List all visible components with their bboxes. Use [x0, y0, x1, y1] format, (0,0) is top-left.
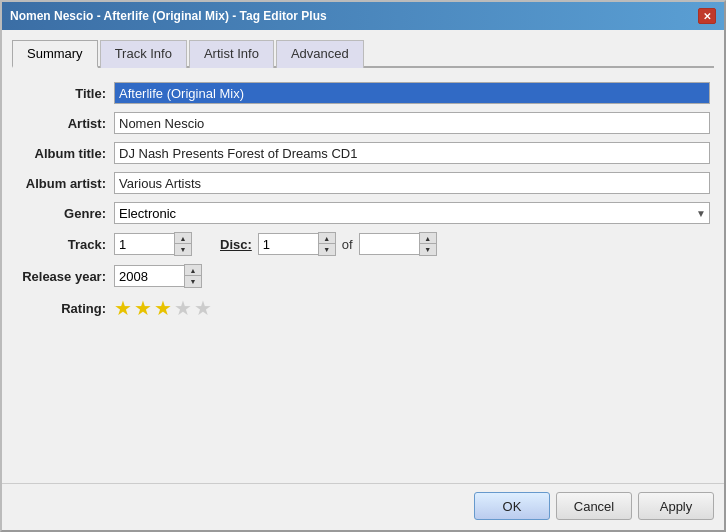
genre-wrapper: Electronic Pop Rock Classical Jazz ▼: [114, 202, 710, 224]
release-year-row: Release year: ▲ ▼: [16, 264, 710, 288]
star-1[interactable]: ★: [114, 296, 132, 320]
artist-row: Artist:: [16, 112, 710, 134]
album-artist-input[interactable]: [114, 172, 710, 194]
album-title-input[interactable]: [114, 142, 710, 164]
year-decrement-button[interactable]: ▼: [185, 276, 201, 287]
year-spinner-buttons: ▲ ▼: [184, 264, 202, 288]
release-year-label: Release year:: [16, 269, 106, 284]
album-artist-row: Album artist:: [16, 172, 710, 194]
form-area: Title: Artist: Album title: Album artist…: [12, 82, 714, 475]
close-button[interactable]: ✕: [698, 8, 716, 24]
track-disc-row: Track: ▲ ▼ Disc: ▲ ▼: [16, 232, 710, 256]
rating-row: Rating: ★ ★ ★ ★ ★: [16, 296, 710, 320]
tab-track-info[interactable]: Track Info: [100, 40, 187, 68]
disc-of-spinner-buttons: ▲ ▼: [419, 232, 437, 256]
album-title-row: Album title:: [16, 142, 710, 164]
disc-spinner: ▲ ▼: [258, 232, 336, 256]
star-4[interactable]: ★: [174, 296, 192, 320]
album-artist-label: Album artist:: [16, 176, 106, 191]
disc-label: Disc:: [220, 237, 252, 252]
star-3[interactable]: ★: [154, 296, 172, 320]
tab-summary[interactable]: Summary: [12, 40, 98, 68]
title-label: Title:: [16, 86, 106, 101]
disc-input[interactable]: [258, 233, 318, 255]
tab-artist-info[interactable]: Artist Info: [189, 40, 274, 68]
track-spinner: ▲ ▼: [114, 232, 192, 256]
disc-section: Disc: ▲ ▼ of ▲ ▼: [220, 232, 437, 256]
artist-label: Artist:: [16, 116, 106, 131]
album-title-label: Album title:: [16, 146, 106, 161]
tab-bar: Summary Track Info Artist Info Advanced: [12, 38, 714, 68]
track-spinner-buttons: ▲ ▼: [174, 232, 192, 256]
disc-of-decrement-button[interactable]: ▼: [420, 244, 436, 255]
track-increment-button[interactable]: ▲: [175, 233, 191, 244]
title-bar: Nomen Nescio - Afterlife (Original Mix) …: [2, 2, 724, 30]
rating-label: Rating:: [16, 301, 106, 316]
disc-of-input[interactable]: [359, 233, 419, 255]
star-2[interactable]: ★: [134, 296, 152, 320]
disc-of-spinner: ▲ ▼: [359, 232, 437, 256]
artist-input[interactable]: [114, 112, 710, 134]
genre-select[interactable]: Electronic Pop Rock Classical Jazz: [114, 202, 710, 224]
disc-of-label: of: [342, 237, 353, 252]
year-increment-button[interactable]: ▲: [185, 265, 201, 276]
track-label: Track:: [16, 237, 106, 252]
disc-spinner-buttons: ▲ ▼: [318, 232, 336, 256]
title-row: Title:: [16, 82, 710, 104]
disc-increment-button[interactable]: ▲: [319, 233, 335, 244]
genre-label: Genre:: [16, 206, 106, 221]
track-input[interactable]: [114, 233, 174, 255]
main-window: Nomen Nescio - Afterlife (Original Mix) …: [0, 0, 726, 532]
tab-advanced[interactable]: Advanced: [276, 40, 364, 68]
star-5[interactable]: ★: [194, 296, 212, 320]
disc-decrement-button[interactable]: ▼: [319, 244, 335, 255]
release-year-input[interactable]: [114, 265, 184, 287]
apply-button[interactable]: Apply: [638, 492, 714, 520]
window-title: Nomen Nescio - Afterlife (Original Mix) …: [10, 9, 327, 23]
star-rating[interactable]: ★ ★ ★ ★ ★: [114, 296, 212, 320]
ok-button[interactable]: OK: [474, 492, 550, 520]
title-input[interactable]: [114, 82, 710, 104]
cancel-button[interactable]: Cancel: [556, 492, 632, 520]
track-decrement-button[interactable]: ▼: [175, 244, 191, 255]
genre-row: Genre: Electronic Pop Rock Classical Jaz…: [16, 202, 710, 224]
content-area: Summary Track Info Artist Info Advanced …: [2, 30, 724, 483]
button-bar: OK Cancel Apply: [2, 483, 724, 530]
year-spinner: ▲ ▼: [114, 264, 202, 288]
disc-of-increment-button[interactable]: ▲: [420, 233, 436, 244]
